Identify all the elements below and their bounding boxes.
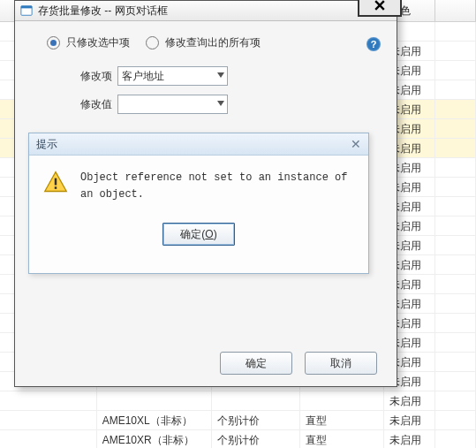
- dialog-titlebar[interactable]: 存货批量修改 -- 网页对话框: [15, 1, 397, 21]
- table-cell: [435, 372, 476, 391]
- table-cell: [0, 411, 97, 429]
- table-cell: AME10XR（非标）: [97, 430, 212, 448]
- chevron-down-icon: [217, 72, 224, 78]
- svg-rect-4: [55, 186, 57, 189]
- dialog-cancel-button[interactable]: 取消: [305, 352, 377, 375]
- table-cell: 直型: [300, 411, 384, 429]
- table-cell: [435, 236, 476, 254]
- table-row[interactable]: AME10XR（非标）个别计价直型未启用: [0, 430, 476, 448]
- alert-title: 提示: [36, 137, 57, 152]
- table-cell: [435, 411, 476, 429]
- table-cell: [435, 178, 476, 196]
- dialog-ok-button[interactable]: 确定: [220, 352, 292, 375]
- table-cell: [97, 391, 212, 410]
- alert-titlebar[interactable]: 提示 ✕: [29, 133, 368, 156]
- table-cell: 个别计价: [212, 411, 300, 429]
- alert-close-button[interactable]: ✕: [349, 137, 363, 151]
- table-cell: [300, 391, 384, 410]
- table-cell: 未启用: [384, 391, 435, 410]
- warning-icon: [43, 170, 68, 194]
- modify-field-combo[interactable]: 客户地址: [117, 66, 228, 86]
- dialog-title: 存货批量修改 -- 网页对话框: [38, 4, 168, 19]
- table-cell: 未启用: [384, 411, 435, 429]
- modify-value-label: 修改值: [68, 97, 112, 112]
- table-cell: [435, 391, 476, 410]
- table-cell: [435, 197, 476, 216]
- svg-rect-1: [21, 6, 32, 9]
- table-cell: [435, 42, 476, 60]
- table-cell: [435, 119, 476, 138]
- table-cell: [435, 430, 476, 448]
- dialog-close-button[interactable]: [358, 0, 402, 17]
- alert-message: Object reference not set to an instance …: [80, 170, 354, 203]
- table-cell: 未启用: [384, 430, 435, 448]
- table-cell: [435, 80, 476, 99]
- table-cell: 个别计价: [212, 430, 300, 448]
- modify-field-label: 修改项: [68, 69, 112, 84]
- grid-header-cell: [435, 0, 476, 21]
- table-cell: [435, 139, 476, 157]
- radio-all-results[interactable]: [146, 36, 159, 49]
- svg-rect-3: [55, 178, 57, 186]
- table-cell: [435, 314, 476, 332]
- table-cell: [212, 391, 300, 410]
- table-row[interactable]: AME10XL（非标）个别计价直型未启用: [0, 411, 476, 430]
- table-cell: [0, 430, 97, 448]
- help-icon[interactable]: ?: [366, 37, 381, 51]
- table-cell: [435, 61, 476, 80]
- alert-ok-button[interactable]: 确定(O): [162, 223, 235, 246]
- scope-radio-group: 只修改选中项 修改查询出的所有项: [47, 35, 379, 50]
- radio-selected-only[interactable]: [47, 36, 60, 49]
- table-cell: [0, 391, 97, 410]
- table-cell: AME10XL（非标）: [97, 411, 212, 429]
- error-alert: 提示 ✕ Object reference not set to an inst…: [28, 133, 369, 274]
- table-cell: [435, 294, 476, 313]
- chevron-down-icon: [217, 101, 224, 106]
- radio-all-results-label: 修改查询出的所有项: [165, 35, 261, 50]
- table-cell: [435, 22, 476, 41]
- table-cell: [435, 255, 476, 274]
- table-cell: [435, 100, 476, 118]
- table-cell: [435, 353, 476, 371]
- table-row[interactable]: 未启用: [0, 391, 476, 411]
- table-cell: [435, 275, 476, 293]
- app-icon: [20, 4, 33, 17]
- radio-selected-only-label: 只修改选中项: [66, 35, 130, 50]
- table-cell: [435, 216, 476, 235]
- modify-field-value: 客户地址: [122, 69, 164, 84]
- table-cell: [435, 158, 476, 177]
- modify-value-combo[interactable]: [117, 95, 228, 114]
- table-cell: [435, 333, 476, 352]
- table-cell: 直型: [300, 430, 384, 448]
